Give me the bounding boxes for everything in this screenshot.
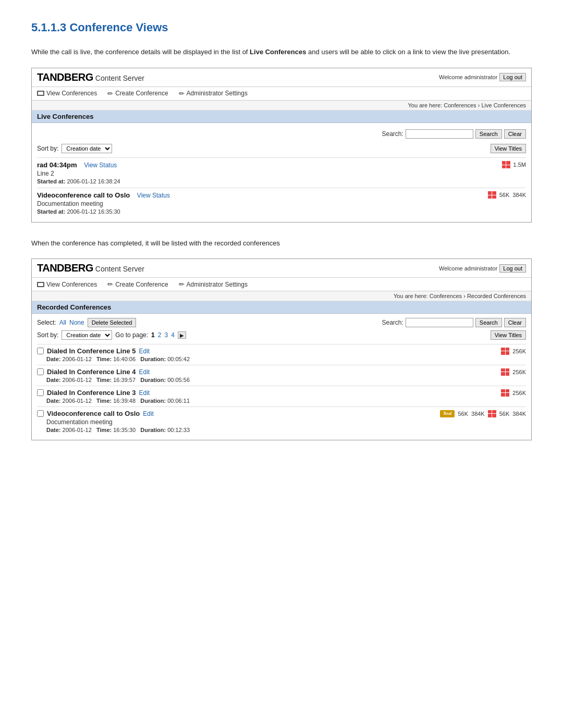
live-search-input[interactable] [406,129,473,139]
rec-entry-4-checkbox[interactable] [37,410,44,417]
windows-icon-1 [502,161,510,168]
nav-create-conference[interactable]: ✏ Create Conference [107,90,168,97]
rec-entry-2-checkbox[interactable] [37,368,44,375]
rec-search-input[interactable] [406,318,473,327]
live-clear-button[interactable]: Clear [504,129,526,139]
rec-entry-3-edit[interactable]: Edit [139,389,150,397]
description-2: When the conference has completed, it wi… [31,238,532,249]
live-conferences-frame: TANDBERG Content Server Welcome administ… [31,68,532,223]
rec-view-titles-button[interactable]: View Titles [491,330,526,340]
live-sort-left: Sort by: Creation date [37,144,112,153]
rec-nav-view-conf-label: View Conferences [46,281,97,288]
rec-entry-2-edit[interactable]: Edit [139,368,150,376]
rec-page-1[interactable]: 1 [151,331,155,339]
live-sort-row: Sort by: Creation date View Titles [37,144,526,153]
rec-delete-button[interactable]: Delete Selected [88,318,137,327]
nav-create-conf-label: Create Conference [115,90,168,97]
rec-entry-3-checkbox[interactable] [37,389,44,396]
tandberg-logo: TANDBERG [37,71,93,83]
live-sort-select[interactable]: Creation date [62,144,112,153]
live-conf-1-view-status[interactable]: View Status [84,162,117,169]
rec-nav-admin-settings[interactable]: ✏ Administrator Settings [179,280,248,288]
live-conf-entry-2: Videoconference call to Oslo View Status… [37,188,526,218]
live-frame-navbar: View Conferences ✏ Create Conference ✏ A… [32,87,531,101]
rec-page-4[interactable]: 4 [171,331,175,339]
rec-entry-1: Dialed In Conference Line 5 Edit 256K Da… [37,344,526,365]
rec-welcome-text: Welcome administrator [439,265,497,272]
rec-breadcrumb: You are here: Conferences › Recorded Con… [32,291,531,301]
live-conf-2-right: 56K 384K [488,191,526,199]
rec-entry-1-right: 256K [501,348,526,355]
rec-entry-3-right: 256K [501,389,526,397]
rec-select-all[interactable]: All [59,319,66,326]
rec-entry-4-edit[interactable]: Edit [143,410,154,417]
rec-entry-2-right: 256K [501,368,526,376]
rec-pencil-icon-admin: ✏ [179,280,185,288]
rec-windows-icon-3 [501,389,509,397]
rec-entry-1-edit[interactable]: Edit [139,348,150,355]
real-icon-4: Real [440,410,455,417]
live-breadcrumb: You are here: Conferences › Live Confere… [32,101,531,110]
live-conf-1-size: 1.5M [513,162,526,168]
rec-tandberg-logo: TANDBERG [37,262,93,274]
rec-page-2[interactable]: 2 [158,331,162,339]
rec-server-label: Content Server [95,265,144,273]
live-conf-entry-1: rad 04:34pm View Status 1.5M Line 2 Star… [37,157,526,188]
monitor-icon [37,91,44,96]
live-sort-label: Sort by: [37,145,58,152]
live-search-row: Search: Search Clear [37,127,526,141]
rec-entry-3-meta: Date: 2006-01-12 Time: 16:39:48 Duration… [46,398,526,404]
rec-entry-1-checkbox[interactable] [37,348,44,354]
rec-logout-button[interactable]: Log out [499,264,526,273]
recorded-conferences-frame: TANDBERG Content Server Welcome administ… [31,258,532,440]
live-view-titles-button[interactable]: View Titles [491,144,526,153]
rec-page-next-button[interactable]: ▶ [178,331,186,339]
rec-select-left: Select: All None Delete Selected [37,318,136,327]
rec-entry-2-meta: Date: 2006-01-12 Time: 16:39:57 Duration… [46,377,526,383]
rec-entry-4-win-size2: 384K [512,411,526,417]
rec-entry-4-meta: Date: 2006-01-12 Time: 16:35:30 Duration… [46,427,526,433]
rec-frame-topbar: TANDBERG Content Server Welcome administ… [32,259,531,278]
rec-windows-icon-2 [501,368,509,376]
server-label: Content Server [95,74,144,82]
rec-entry-2: Dialed In Conference Line 4 Edit 256K Da… [37,365,526,386]
rec-entry-1-title-row: Dialed In Conference Line 5 Edit 256K [37,347,526,355]
rec-sort-select[interactable]: Creation date [62,330,112,340]
live-conf-2-title-left: Videoconference call to Oslo View Status [37,191,170,199]
live-logout-button[interactable]: Log out [499,73,526,81]
live-search-button[interactable]: Search [475,129,502,139]
description-1: While the call is live, the conference d… [31,47,532,57]
live-conf-1-title-row: rad 04:34pm View Status 1.5M [37,161,526,169]
rec-clear-button[interactable]: Clear [504,318,526,327]
live-conf-2-view-status[interactable]: View Status [137,192,170,199]
nav-admin-label: Administrator Settings [187,90,248,97]
rec-entry-3-title-left: Dialed In Conference Line 3 Edit [37,389,150,397]
rec-entry-2-title: Dialed In Conference Line 4 [47,368,136,376]
live-conf-1-started: Started at: 2006-01-12 16:38:24 [37,178,526,184]
rec-select-search-row: Select: All None Delete Selected Search:… [37,318,526,327]
rec-entry-1-title: Dialed In Conference Line 5 [47,347,136,355]
rec-goto-label: Go to page: [115,331,148,339]
section-title: 5.1.1.3 Conference Views [31,21,532,34]
live-frame-logo: TANDBERG Content Server [37,71,144,83]
welcome-text: Welcome administrator [439,74,497,80]
pencil-icon-admin: ✏ [179,90,185,97]
live-search-label: Search: [382,130,403,138]
live-conf-1-title-left: rad 04:34pm View Status [37,161,117,169]
rec-frame-top-right: Welcome administrator Log out [439,264,526,273]
rec-search-button[interactable]: Search [475,318,502,327]
rec-windows-icon-1 [501,348,509,355]
rec-select-none[interactable]: None [69,319,84,326]
rec-entry-1-title-left: Dialed In Conference Line 5 Edit [37,347,150,355]
rec-content-area: Select: All None Delete Selected Search:… [32,314,531,440]
nav-view-conferences[interactable]: View Conferences [37,90,97,97]
rec-entry-4-real-size2: 384K [471,411,485,417]
rec-nav-create-conference[interactable]: ✏ Create Conference [107,280,168,288]
live-conf-2-size1: 56K [499,192,510,198]
live-conf-1-subtitle: Line 2 [37,170,526,177]
rec-entry-3: Dialed In Conference Line 3 Edit 256K Da… [37,386,526,406]
rec-nav-view-conferences[interactable]: View Conferences [37,281,97,288]
rec-page-3[interactable]: 3 [164,331,168,339]
nav-admin-settings[interactable]: ✏ Administrator Settings [179,90,248,97]
rec-entry-4-title: Videoconference call to Oslo [47,410,140,417]
